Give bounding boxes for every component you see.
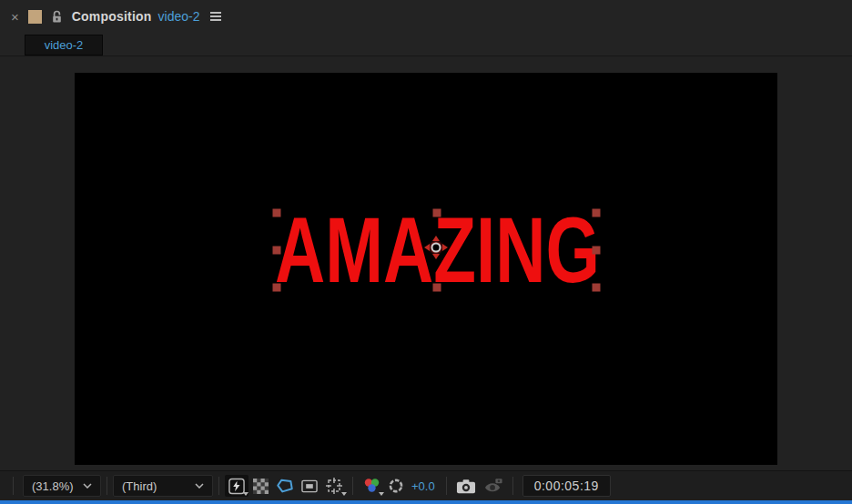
selection-handle[interactable]: [273, 209, 281, 217]
selection-handle[interactable]: [593, 247, 601, 255]
composition-panel: × Composition video-2 video-2 AMAZING: [0, 0, 852, 504]
selection-handle[interactable]: [433, 284, 441, 292]
show-channel-button[interactable]: [359, 475, 384, 497]
composition-name[interactable]: video-2: [158, 9, 200, 24]
tab-label: video-2: [45, 38, 84, 52]
region-of-interest-button[interactable]: [298, 475, 321, 497]
unlock-icon[interactable]: [51, 10, 63, 24]
chevron-down-icon: [83, 483, 92, 489]
panel-header: × Composition video-2: [0, 0, 852, 33]
checkerboard-icon: [253, 479, 269, 494]
mask-visibility-button[interactable]: [272, 475, 298, 497]
fast-previews-button[interactable]: [225, 475, 248, 497]
panel-title: Composition: [72, 9, 152, 24]
separator: [446, 477, 447, 495]
selection-handle[interactable]: [593, 209, 601, 217]
mask-shape-icon: [276, 478, 294, 494]
exposure-value[interactable]: +0.0: [411, 479, 435, 493]
tab-video-2[interactable]: video-2: [25, 35, 103, 55]
current-time-field[interactable]: 0:00:05:19: [522, 475, 611, 497]
region-of-interest-icon: [301, 479, 318, 493]
take-snapshot-button[interactable]: [452, 475, 480, 497]
close-icon[interactable]: ×: [11, 10, 19, 24]
selection-handle[interactable]: [273, 247, 281, 255]
separator: [352, 477, 353, 495]
transparency-grid-button[interactable]: [248, 475, 272, 497]
grid-guides-icon: [325, 477, 343, 495]
panel-focus-border: [0, 500, 852, 504]
tab-strip: video-2: [0, 33, 852, 56]
show-snapshot-button[interactable]: [480, 475, 507, 497]
separator: [512, 477, 513, 495]
grid-guides-button[interactable]: [321, 475, 347, 497]
panel-icon: [28, 10, 42, 24]
viewer-area: AMAZING: [0, 56, 852, 470]
viewer-toolbar: (31.8%) (Third): [0, 470, 852, 500]
separator: [13, 477, 14, 495]
composition-viewport[interactable]: AMAZING: [75, 73, 777, 465]
anchor-point-icon[interactable]: [424, 236, 448, 259]
adjust-exposure-button[interactable]: [384, 475, 408, 497]
aperture-icon: [388, 477, 404, 495]
magnification-value: (31.8%): [32, 479, 74, 493]
timecode-value: 0:00:05:19: [534, 479, 599, 493]
rgb-circles-icon: [363, 478, 380, 494]
magnification-dropdown[interactable]: (31.8%): [23, 475, 101, 497]
resolution-value: (Third): [122, 479, 157, 493]
selection-handle[interactable]: [593, 284, 601, 292]
selection-handle[interactable]: [433, 209, 441, 217]
separator: [218, 477, 219, 495]
snapshot-eye-icon: [483, 478, 503, 494]
separator: [106, 477, 107, 495]
hamburger-menu-icon[interactable]: [210, 12, 221, 21]
resolution-dropdown[interactable]: (Third): [113, 475, 213, 497]
selection-handle[interactable]: [273, 284, 281, 292]
chevron-down-icon: [195, 483, 204, 489]
camera-icon: [456, 479, 476, 494]
